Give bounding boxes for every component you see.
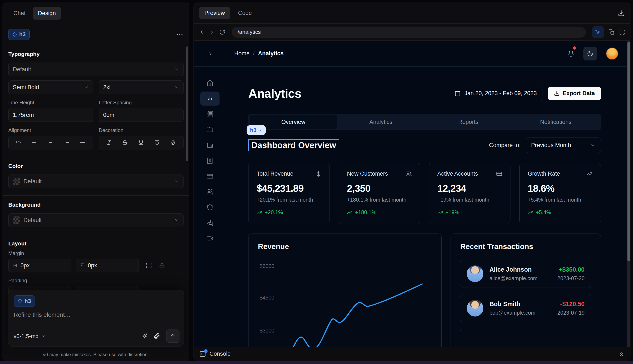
url-input[interactable]: /analytics	[232, 26, 586, 38]
preview-navbar: /analytics	[194, 24, 630, 41]
arrow-up-icon	[170, 333, 176, 339]
rail-item-users[interactable]	[194, 184, 226, 200]
font-size-select[interactable]: 2xl	[99, 80, 183, 94]
export-data-button[interactable]: Export Data	[548, 87, 601, 100]
send-button[interactable]	[166, 330, 179, 343]
reset-alignment-icon[interactable]	[16, 140, 22, 146]
tab-analytics[interactable]: Analytics	[337, 115, 425, 129]
preview-scrollbar[interactable]	[627, 41, 630, 347]
margin-x-input[interactable]: 0px	[8, 259, 71, 272]
chevron-down-icon	[174, 85, 179, 90]
rail-item-messages[interactable]	[194, 215, 226, 230]
refine-input[interactable]: Refine this element…	[14, 312, 178, 318]
rail-item-reports[interactable]	[194, 106, 226, 122]
decoration-label: Decoration	[99, 127, 183, 133]
tab-code[interactable]: Code	[233, 7, 257, 19]
align-justify-icon[interactable]	[80, 140, 86, 146]
date-range-button[interactable]: Jan 20, 2023 - Feb 09, 2023	[449, 87, 542, 100]
sparkles-icon[interactable]	[141, 333, 148, 339]
section-heading[interactable]: Dashboard Overview	[248, 139, 339, 151]
expand-sides-icon[interactable]	[146, 262, 152, 269]
no-decoration-icon[interactable]	[170, 140, 176, 146]
transaction-row[interactable]: Alice Johnson alice@example.com +$350.00…	[460, 260, 591, 288]
back-icon[interactable]	[199, 30, 204, 35]
font-family-select[interactable]: Default	[8, 62, 183, 76]
underline-icon[interactable]	[138, 140, 144, 146]
revenue-chart-card: Revenue $6000 $4500 $3000	[248, 234, 442, 347]
chevron-down-icon	[174, 179, 179, 184]
lock-icon[interactable]	[159, 262, 165, 269]
font-weight-select[interactable]: Semi Bold	[8, 80, 93, 94]
rail-item-wallet[interactable]	[194, 137, 226, 153]
align-left-icon[interactable]	[32, 140, 38, 146]
background-swatch	[13, 216, 20, 224]
line-height-input[interactable]: 1.75rem	[8, 108, 93, 122]
app-header: Home / Analytics	[194, 41, 630, 67]
tab-reports[interactable]: Reports	[425, 115, 512, 129]
chevron-down-icon	[258, 128, 262, 132]
color-select[interactable]: Default	[8, 174, 183, 188]
revenue-chart-title: Revenue	[258, 242, 432, 251]
strikethrough-icon[interactable]	[122, 140, 128, 146]
transaction-row[interactable]: Bob Smith bob@example.com -$120.50 2023-…	[460, 294, 591, 322]
home-icon	[206, 80, 213, 86]
chevrons-up-icon[interactable]	[618, 351, 625, 357]
color-swatch	[13, 178, 20, 185]
inspector-selection-chip[interactable]: h3	[247, 125, 266, 135]
background-heading: Background	[8, 202, 183, 208]
letter-spacing-input[interactable]: 0em	[99, 108, 183, 122]
cursor-click-icon	[595, 29, 601, 35]
model-select[interactable]: v0-1.5-md	[14, 333, 45, 340]
sidebar-scrollbar[interactable]	[186, 46, 188, 161]
console-bar[interactable]: Console	[194, 347, 630, 361]
compare-select[interactable]: Previous Month	[526, 138, 601, 153]
tab-design[interactable]: Design	[33, 7, 61, 20]
stat-card-growth-rate: Growth Rate 18.6% +5.4% from last month …	[519, 163, 601, 224]
diamond-icon	[12, 32, 17, 37]
layout-heading: Layout	[8, 240, 183, 247]
tab-notifications[interactable]: Notifications	[512, 115, 600, 129]
background-select[interactable]: Default	[8, 213, 183, 227]
color-heading: Color	[8, 163, 183, 170]
rail-item-security[interactable]	[194, 200, 226, 215]
composer-element-chip[interactable]: h3	[14, 296, 35, 307]
trending-up-icon	[586, 171, 592, 177]
stat-card-new-customers: New Customers 2,350 +180.1% from last mo…	[339, 163, 420, 224]
tab-chat[interactable]: Chat	[8, 7, 31, 20]
breadcrumb-home[interactable]: Home	[234, 50, 250, 57]
users-icon	[206, 188, 213, 195]
italic-icon[interactable]	[106, 140, 112, 146]
fullscreen-icon[interactable]	[619, 29, 625, 35]
design-sidebar: Chat Design h3 Typography Default Semi B…	[3, 2, 189, 361]
margin-y-input[interactable]: 0px	[76, 259, 139, 272]
rail-item-video[interactable]	[194, 230, 226, 246]
rail-item-cards[interactable]	[194, 168, 226, 184]
selected-element-chip[interactable]: h3	[8, 29, 30, 40]
user-avatar[interactable]	[606, 48, 618, 60]
align-center-icon[interactable]	[48, 140, 54, 146]
rail-item-files[interactable]	[194, 122, 226, 137]
more-options-icon[interactable]	[176, 31, 183, 38]
inspect-cursor-button[interactable]	[592, 26, 604, 38]
refresh-icon[interactable]	[219, 29, 225, 35]
forward-icon[interactable]	[209, 30, 215, 35]
refine-composer: h3 Refine this element… v0-1.5-md	[8, 290, 184, 347]
sidebar-toggle-icon[interactable]	[207, 51, 213, 56]
chevron-down-icon	[174, 218, 179, 222]
paperclip-icon[interactable]	[154, 333, 160, 339]
rail-item-home[interactable]	[194, 75, 226, 91]
tab-preview[interactable]: Preview	[199, 7, 230, 19]
align-right-icon[interactable]	[64, 140, 70, 146]
theme-toggle[interactable]	[583, 47, 597, 60]
copy-icon[interactable]	[608, 29, 614, 35]
decoration-group	[99, 136, 183, 150]
download-icon[interactable]	[618, 10, 625, 16]
rail-item-analytics[interactable]	[194, 91, 226, 106]
overline-icon[interactable]	[154, 140, 160, 146]
rail-item-invoices[interactable]	[194, 153, 226, 168]
notifications-button[interactable]	[568, 50, 574, 57]
transaction-row[interactable]	[460, 329, 591, 347]
preview-viewport: Home / Analytics	[194, 41, 630, 347]
margin-vertical-icon	[80, 263, 85, 268]
padding-label: Padding	[8, 278, 183, 284]
